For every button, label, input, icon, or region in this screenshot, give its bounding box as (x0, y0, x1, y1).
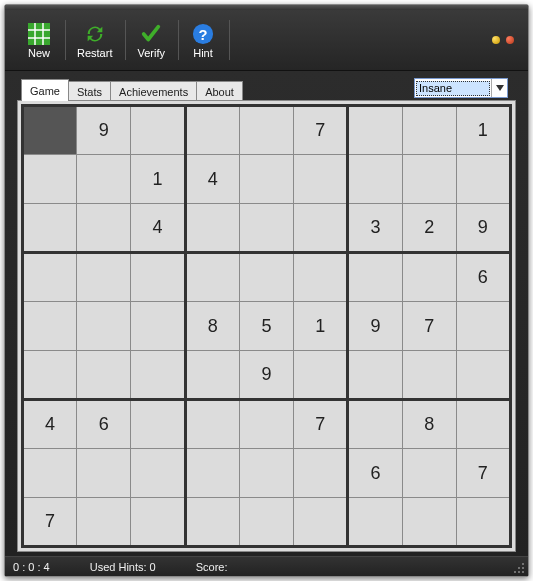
cell-5-1[interactable] (77, 351, 131, 400)
difficulty-select[interactable]: Insane (414, 78, 508, 98)
cell-8-8[interactable] (456, 498, 510, 547)
cell-2-1[interactable] (77, 204, 131, 253)
cell-6-6[interactable] (348, 400, 402, 449)
cell-5-8[interactable] (456, 351, 510, 400)
cell-3-4[interactable] (239, 253, 293, 302)
cell-8-0[interactable]: 7 (23, 498, 77, 547)
cell-1-7[interactable] (402, 155, 456, 204)
cell-5-6[interactable] (348, 351, 402, 400)
cell-4-3[interactable]: 8 (185, 302, 239, 351)
cell-5-4[interactable]: 9 (239, 351, 293, 400)
toolbar-separator (178, 20, 179, 60)
cell-6-3[interactable] (185, 400, 239, 449)
cell-4-5[interactable]: 1 (294, 302, 348, 351)
cell-2-3[interactable] (185, 204, 239, 253)
cell-3-3[interactable] (185, 253, 239, 302)
close-icon[interactable] (506, 36, 514, 44)
tab-game[interactable]: Game (21, 79, 69, 101)
cell-0-5[interactable]: 7 (294, 106, 348, 155)
tab-achievements[interactable]: Achievements (110, 81, 197, 101)
cell-3-5[interactable] (294, 253, 348, 302)
resize-grip[interactable] (513, 562, 525, 574)
cell-7-6[interactable]: 6 (348, 449, 402, 498)
cell-4-7[interactable]: 7 (402, 302, 456, 351)
cell-5-7[interactable] (402, 351, 456, 400)
cell-7-8[interactable]: 7 (456, 449, 510, 498)
cell-2-8[interactable]: 9 (456, 204, 510, 253)
restart-button[interactable]: Restart (68, 16, 121, 64)
cell-0-1[interactable]: 9 (77, 106, 131, 155)
cell-4-4[interactable]: 5 (239, 302, 293, 351)
cell-3-7[interactable] (402, 253, 456, 302)
cell-8-2[interactable] (131, 498, 185, 547)
cell-7-4[interactable] (239, 449, 293, 498)
cell-0-0[interactable] (23, 106, 77, 155)
status-hints: Used Hints: 0 (90, 561, 156, 573)
cell-8-5[interactable] (294, 498, 348, 547)
cell-1-4[interactable] (239, 155, 293, 204)
cell-6-4[interactable] (239, 400, 293, 449)
cell-1-2[interactable]: 1 (131, 155, 185, 204)
cell-1-6[interactable] (348, 155, 402, 204)
cell-2-5[interactable] (294, 204, 348, 253)
minimize-icon[interactable] (492, 36, 500, 44)
cell-5-5[interactable] (294, 351, 348, 400)
cell-8-6[interactable] (348, 498, 402, 547)
cell-3-0[interactable] (23, 253, 77, 302)
tab-about[interactable]: About (196, 81, 243, 101)
cell-7-1[interactable] (77, 449, 131, 498)
cell-0-4[interactable] (239, 106, 293, 155)
cell-4-0[interactable] (23, 302, 77, 351)
cell-0-2[interactable] (131, 106, 185, 155)
svg-point-9 (518, 567, 520, 569)
cell-7-3[interactable] (185, 449, 239, 498)
cell-2-4[interactable] (239, 204, 293, 253)
cell-8-7[interactable] (402, 498, 456, 547)
cell-0-7[interactable] (402, 106, 456, 155)
cell-4-6[interactable]: 9 (348, 302, 402, 351)
cell-3-1[interactable] (77, 253, 131, 302)
cell-6-7[interactable]: 8 (402, 400, 456, 449)
cell-2-7[interactable]: 2 (402, 204, 456, 253)
chevron-down-icon (491, 79, 507, 97)
cell-4-2[interactable] (131, 302, 185, 351)
cell-2-0[interactable] (23, 204, 77, 253)
cell-3-8[interactable]: 6 (456, 253, 510, 302)
cell-3-6[interactable] (348, 253, 402, 302)
cell-4-8[interactable] (456, 302, 510, 351)
tab-game-label: Game (30, 85, 60, 97)
svg-rect-0 (28, 23, 50, 45)
cell-1-5[interactable] (294, 155, 348, 204)
cell-8-4[interactable] (239, 498, 293, 547)
cell-8-1[interactable] (77, 498, 131, 547)
cell-1-0[interactable] (23, 155, 77, 204)
cell-6-8[interactable] (456, 400, 510, 449)
verify-button[interactable]: Verify (128, 16, 174, 64)
cell-6-2[interactable] (131, 400, 185, 449)
cell-7-5[interactable] (294, 449, 348, 498)
cell-3-2[interactable] (131, 253, 185, 302)
cell-5-0[interactable] (23, 351, 77, 400)
new-button[interactable]: New (17, 16, 61, 64)
cell-6-1[interactable]: 6 (77, 400, 131, 449)
cell-4-1[interactable] (77, 302, 131, 351)
cell-5-2[interactable] (131, 351, 185, 400)
tab-stats[interactable]: Stats (68, 81, 111, 101)
cell-6-0[interactable]: 4 (23, 400, 77, 449)
cell-7-7[interactable] (402, 449, 456, 498)
cell-6-5[interactable]: 7 (294, 400, 348, 449)
cell-1-8[interactable] (456, 155, 510, 204)
cell-5-3[interactable] (185, 351, 239, 400)
cell-8-3[interactable] (185, 498, 239, 547)
cell-2-2[interactable]: 4 (131, 204, 185, 253)
cell-1-1[interactable] (77, 155, 131, 204)
cell-0-3[interactable] (185, 106, 239, 155)
hint-button[interactable]: ? Hint (181, 16, 225, 64)
cell-0-6[interactable] (348, 106, 402, 155)
cell-2-6[interactable]: 3 (348, 204, 402, 253)
cell-7-2[interactable] (131, 449, 185, 498)
toolbar: New Restart Verify ? (5, 10, 528, 71)
cell-1-3[interactable]: 4 (185, 155, 239, 204)
cell-0-8[interactable]: 1 (456, 106, 510, 155)
cell-7-0[interactable] (23, 449, 77, 498)
